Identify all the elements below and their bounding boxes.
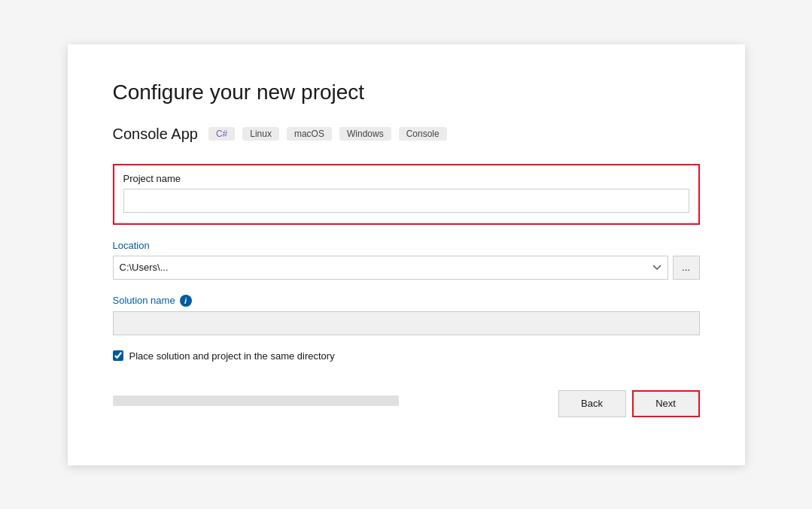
same-directory-row: Place solution and project in the same d… <box>113 350 700 362</box>
project-type-row: Console App C# Linux macOS Windows Conso… <box>113 126 700 143</box>
tag-windows: Windows <box>339 127 391 141</box>
tag-console: Console <box>399 127 447 141</box>
browse-button[interactable]: ... <box>673 256 700 280</box>
location-row: C:\Users\... ... <box>113 256 700 280</box>
back-button[interactable]: Back <box>558 390 626 417</box>
tag-linux: Linux <box>242 127 279 141</box>
solution-name-label-row: Solution name i <box>113 295 700 307</box>
progress-bar <box>113 395 399 406</box>
configure-project-dialog: Configure your new project Console App C… <box>68 44 745 465</box>
same-directory-checkbox[interactable] <box>113 350 123 361</box>
project-name-section: Project name <box>113 164 700 225</box>
tag-csharp: C# <box>208 127 235 141</box>
project-type-name: Console App <box>113 126 198 143</box>
location-section: Location C:\Users\... ... <box>113 240 700 280</box>
page-title: Configure your new project <box>113 80 700 105</box>
tag-macos: macOS <box>287 127 332 141</box>
project-name-label: Project name <box>123 173 689 184</box>
solution-name-input[interactable] <box>113 311 700 335</box>
next-button[interactable]: Next <box>632 390 700 417</box>
location-label: Location <box>113 240 700 251</box>
same-directory-label: Place solution and project in the same d… <box>129 350 335 362</box>
button-row: Back Next <box>558 390 700 417</box>
project-name-input[interactable] <box>123 189 689 213</box>
bottom-row: Back Next <box>113 384 700 417</box>
solution-name-info-icon[interactable]: i <box>180 295 192 307</box>
location-select[interactable]: C:\Users\... <box>113 256 668 280</box>
solution-name-label: Solution name <box>113 295 175 306</box>
solution-name-section: Solution name i <box>113 295 700 335</box>
